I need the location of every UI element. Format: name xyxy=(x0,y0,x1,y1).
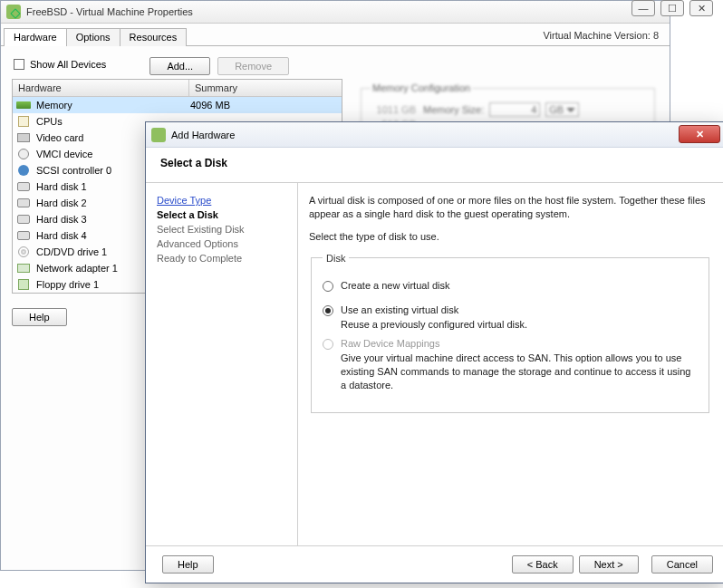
intro-text-1: A virtual disk is composed of one or mor… xyxy=(309,194,711,221)
add-hardware-wizard: Add Hardware ✕ Select a Disk Device Type… xyxy=(145,121,723,583)
chevron-down-icon xyxy=(566,108,575,112)
radio-icon xyxy=(323,305,333,316)
show-all-devices-checkbox[interactable]: Show All Devices xyxy=(14,59,106,70)
window-title: FreeBSD - Virtual Machine Properties xyxy=(26,6,193,17)
vmci-icon xyxy=(16,148,31,160)
wizard-steps: Device Type Select a Disk Select Existin… xyxy=(146,183,298,545)
column-header-summary[interactable]: Summary xyxy=(189,80,342,96)
vm-version-label: Virtual Machine Version: 8 xyxy=(543,30,659,41)
step-ready-to-complete: Ready to Complete xyxy=(157,252,286,265)
step-select-a-disk[interactable]: Select a Disk xyxy=(157,208,286,221)
vmware-icon xyxy=(151,128,166,142)
modal-close-button[interactable]: ✕ xyxy=(679,125,720,143)
radio-icon xyxy=(323,281,333,292)
hardware-name: Memory xyxy=(36,100,190,111)
modal-title: Add Hardware xyxy=(171,130,235,140)
minimize-button[interactable]: — xyxy=(631,0,655,16)
show-all-devices-label: Show All Devices xyxy=(30,59,106,70)
step-device-type[interactable]: Device Type xyxy=(157,194,286,207)
option-raw-device-mappings: Raw Device Mappings xyxy=(323,338,698,350)
maximize-button[interactable]: ☐ xyxy=(660,0,684,16)
option-use-existing-disk[interactable]: Use an existing virtual disk xyxy=(323,304,698,316)
option-use-existing-desc: Reuse a previously configured virtual di… xyxy=(341,318,698,332)
vmware-icon xyxy=(6,5,21,19)
option-create-new-disk[interactable]: Create a new virtual disk xyxy=(323,280,698,292)
memory-group-label: Memory Configuration xyxy=(371,82,472,93)
add-button[interactable]: Add... xyxy=(149,57,210,75)
help-button[interactable]: Help xyxy=(162,555,214,574)
hd-icon xyxy=(16,213,31,226)
wizard-footer: Help < Back Next > Cancel xyxy=(146,545,723,583)
cancel-button[interactable]: Cancel xyxy=(651,555,713,574)
flop-icon xyxy=(16,278,31,291)
tab-resources[interactable]: Resources xyxy=(120,28,188,46)
mem-icon xyxy=(16,99,31,111)
table-row[interactable]: Memory4096 MB xyxy=(13,97,342,113)
next-button[interactable]: Next > xyxy=(579,555,639,574)
help-button-parent[interactable]: Help xyxy=(12,308,67,326)
disk-group-label: Disk xyxy=(323,253,349,264)
wizard-step-title: Select a Disk xyxy=(160,157,709,169)
disk-type-group: Disk Create a new virtual disk Use an ex… xyxy=(311,253,709,413)
wizard-header: Select a Disk xyxy=(146,148,723,183)
back-button[interactable]: < Back xyxy=(512,555,574,574)
scsi-icon xyxy=(16,164,31,177)
tab-options[interactable]: Options xyxy=(66,28,120,46)
intro-text-2: Select the type of disk to use. xyxy=(309,230,711,244)
column-header-hardware[interactable]: Hardware xyxy=(13,80,189,96)
cd-icon xyxy=(16,246,31,258)
memory-unit-select[interactable]: GB xyxy=(545,102,579,117)
net-icon xyxy=(16,262,31,275)
hd-icon xyxy=(16,229,31,242)
option-rdm-desc: Give your virtual machine direct access … xyxy=(341,352,698,392)
step-advanced-options: Advanced Options xyxy=(157,237,286,250)
vid-icon xyxy=(16,131,31,144)
wizard-content: A virtual disk is composed of one or mor… xyxy=(298,183,723,545)
memory-size-label: Memory Size: xyxy=(423,104,484,115)
hd-icon xyxy=(16,197,31,209)
remove-button: Remove xyxy=(217,57,289,75)
radio-icon xyxy=(323,339,333,350)
tab-bar: Hardware Options Resources Virtual Machi… xyxy=(1,27,670,46)
hd-icon xyxy=(16,180,31,193)
hardware-summary: 4096 MB xyxy=(190,100,230,111)
cpu-icon xyxy=(16,115,31,128)
tab-hardware[interactable]: Hardware xyxy=(4,28,67,46)
close-button[interactable]: ✕ xyxy=(689,0,713,16)
modal-titlebar[interactable]: Add Hardware ✕ xyxy=(146,122,723,148)
memory-size-input[interactable]: 4 xyxy=(489,102,540,117)
checkbox-icon xyxy=(14,59,24,70)
window-titlebar[interactable]: FreeBSD - Virtual Machine Properties — ☐… xyxy=(1,1,670,24)
step-select-existing-disk: Select Existing Disk xyxy=(157,223,286,236)
